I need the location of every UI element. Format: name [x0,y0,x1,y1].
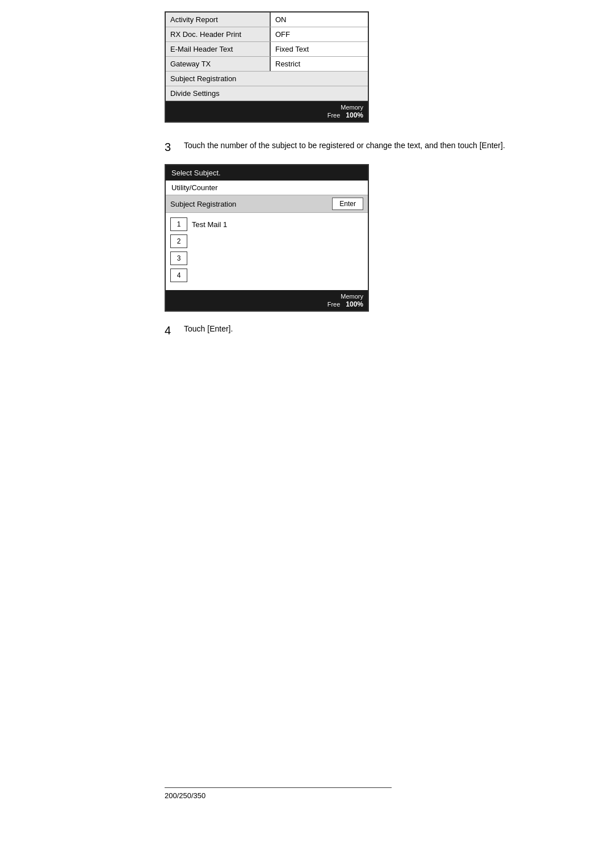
subject-reg-label: Subject Registration [170,200,236,208]
subject-list: 1 Test Mail 1 2 3 4 [166,213,368,290]
menu-value-activity: ON [271,12,368,27]
settings-panel: Activity Report ON RX Doc. Header Print … [165,11,369,123]
subject-btn-1[interactable]: 1 [170,217,187,231]
breadcrumb: Utility/Counter [166,181,368,195]
menu-label-rxdoc: RX Doc. Header Print [166,27,271,41]
memory-percent-1: 100% [346,111,363,119]
menu-label-gateway: Gateway TX [166,57,271,71]
menu-value-gateway: Restrict [271,57,368,71]
menu-label-email: E-Mail Header Text [166,42,271,56]
menu-label-subject: Subject Registration [166,72,368,86]
step4-container: 4 Touch [Enter]. [165,323,562,337]
subject-reg-bar: Subject Registration Enter [166,195,368,213]
free-label-1: Free [328,112,341,119]
menu-row-subject: Subject Registration [166,72,368,86]
enter-button[interactable]: Enter [332,198,363,210]
subject-btn-2[interactable]: 2 [170,234,187,248]
step4-text: Touch [Enter]. [184,323,562,335]
menu-row-gateway: Gateway TX Restrict [166,57,368,72]
menu-row-divide: Divide Settings [166,86,368,101]
menu-row-activity: Activity Report ON [166,12,368,27]
menu-row-email: E-Mail Header Text Fixed Text [166,42,368,57]
memory-label-1: Memory [341,104,363,111]
select-subject-panel: Select Subject. Utility/Counter Subject … [165,164,369,312]
subject-btn-4[interactable]: 4 [170,269,187,282]
panel2-footer: Memory Free 100% [166,290,368,311]
list-item: 3 [170,251,363,265]
menu-row-rxdoc: RX Doc. Header Print OFF [166,27,368,42]
menu-value-email: Fixed Text [271,42,368,56]
menu-label-divide: Divide Settings [166,86,368,100]
select-panel-header: Select Subject. [166,165,368,181]
memory-percent-2: 100% [346,300,363,308]
footer-model: 200/250/350 [165,791,205,800]
menu-value-rxdoc: OFF [271,27,368,41]
memory-label-2: Memory [341,293,363,300]
free-label-2: Free [328,301,341,308]
panel1-footer: Memory Free 100% [166,101,368,121]
list-item: 2 [170,234,363,248]
subject-btn-3[interactable]: 3 [170,251,187,265]
page-footer: 200/250/350 [165,787,392,800]
list-item: 1 Test Mail 1 [170,217,363,231]
step3-text: Touch the number of the subject to be re… [184,140,562,152]
list-item: 4 [170,269,363,282]
step3-container: 3 Touch the number of the subject to be … [165,140,562,154]
subject-text-1: Test Mail 1 [192,220,227,229]
step3-number: 3 [165,141,176,154]
menu-label-activity: Activity Report [166,12,271,27]
step4-number: 4 [165,324,176,337]
